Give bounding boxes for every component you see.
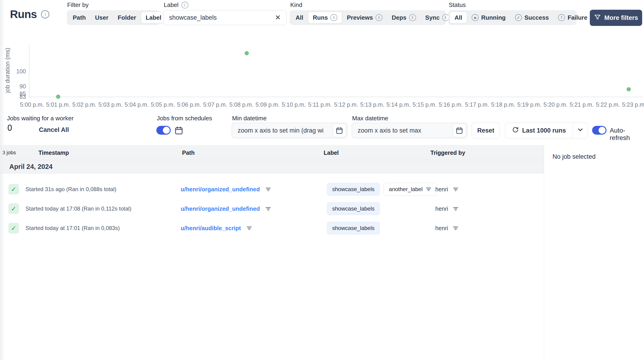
jobs-from-schedules-toggle[interactable] — [156, 126, 171, 135]
y-axis-tick: 100 — [8, 68, 26, 74]
label-chip-text: showcase_labels — [332, 205, 374, 212]
max-datetime-input[interactable]: zoom x axis to set max — [352, 123, 468, 138]
refresh-runs-button[interactable]: Last 1000 runs — [505, 123, 573, 138]
play-icon: ▶ — [472, 14, 478, 21]
x-axis-tick: 5:06 p.m. — [177, 101, 201, 108]
status-label: Status — [449, 1, 466, 8]
job-path-link[interactable]: u/henri/organized_undefined — [181, 205, 260, 212]
filter-icon[interactable] — [452, 205, 459, 212]
kind-option-runs[interactable]: Runsi — [308, 11, 342, 24]
auto-refresh-toggle[interactable] — [592, 126, 606, 135]
label-chip-text: showcase_labels — [332, 186, 374, 192]
page-title: Runs — [10, 8, 37, 20]
status-segmented-control: All▶Running✓Success!Failure — [448, 10, 577, 25]
calendar-icon[interactable] — [174, 126, 184, 135]
option-label: Success — [524, 14, 549, 21]
no-job-selected-message: No job selected — [552, 153, 596, 160]
more-filters-button[interactable]: More filters — [590, 10, 642, 26]
column-path: Path — [182, 150, 194, 156]
filter-icon[interactable] — [425, 186, 432, 192]
triggered-by-user: henri — [435, 205, 448, 212]
max-datetime-label: Max datetime — [352, 115, 388, 122]
filter-by-option-label[interactable]: Label — [141, 11, 166, 24]
x-axis-tick: 5:22 p.m. — [596, 101, 620, 108]
success-check-icon: ✓ — [8, 223, 19, 233]
x-axis-tick: 5:23 p.m. — [622, 101, 644, 108]
option-label: Runs — [313, 14, 328, 21]
x-axis-tick: 5:21 p.m. — [570, 101, 594, 108]
filter-icon[interactable] — [265, 205, 272, 212]
table-rows: ✓Started 31s ago (Ran in 0,088s total)u/… — [0, 174, 544, 238]
status-option-success[interactable]: ✓Success — [510, 11, 554, 24]
job-labels-cell: showcase_labelsanother_label — [327, 183, 437, 196]
option-label: Running — [481, 14, 506, 21]
label-chip[interactable]: showcase_labels — [327, 222, 380, 235]
x-axis-tick: 5:09 p.m. — [256, 101, 280, 108]
funnel-icon — [594, 14, 601, 22]
x-axis-tick: 5:15 p.m. — [412, 101, 437, 108]
x-axis-tick: 5:08 p.m. — [229, 101, 254, 108]
table-row[interactable]: ✓Started 31s ago (Ran in 0,088s total)u/… — [0, 180, 544, 199]
label-filter-input[interactable] — [169, 14, 275, 21]
filter-icon[interactable] — [452, 186, 459, 192]
x-axis-tick: 5:17 p.m. — [465, 101, 489, 108]
job-detail-panel: No job selected — [544, 145, 644, 360]
x-axis-tick: 5:20 p.m. — [544, 101, 568, 108]
table-header: 3 jobs Timestamp Path Label Triggered by — [0, 145, 544, 160]
kind-option-deps[interactable]: Depsi — [387, 11, 421, 24]
table-row[interactable]: ✓Started today at 17:01 (Ran in 0,083s)u… — [0, 218, 544, 238]
x-axis-tick: 5:16 p.m. — [439, 101, 463, 108]
label-chip[interactable]: showcase_labels — [327, 183, 380, 196]
label-chip[interactable]: showcase_labels — [327, 202, 380, 215]
filter-icon[interactable] — [265, 186, 272, 192]
table-row[interactable]: ✓Started today at 17:08 (Ran in 0,112s t… — [0, 199, 544, 218]
info-icon: i — [409, 14, 416, 21]
job-path-cell: u/henri/organized_undefined — [181, 205, 272, 212]
filter-by-option-user[interactable]: User — [90, 11, 113, 24]
label-chip-text: another_label — [389, 186, 422, 192]
runs-duration-chart[interactable]: job duration (ms) 5:00 p.m.5:01 p.m.5:02… — [0, 30, 644, 116]
label-chip[interactable]: another_label — [384, 183, 437, 196]
filter-icon[interactable] — [452, 225, 459, 231]
calendar-icon[interactable] — [333, 124, 346, 137]
triggered-by-cell: henri — [435, 205, 459, 212]
column-timestamp: Timestamp — [38, 150, 69, 156]
run-data-point[interactable] — [627, 87, 631, 91]
run-data-point[interactable] — [245, 51, 249, 55]
success-check-icon: ✓ — [8, 203, 19, 214]
x-axis-tick: 5:01 p.m. — [46, 101, 70, 108]
reset-button[interactable]: Reset — [472, 123, 500, 138]
info-icon[interactable]: i — [182, 1, 188, 8]
triggered-by-cell: henri — [435, 225, 459, 232]
status-option-failure[interactable]: !Failure — [554, 11, 592, 24]
info-icon: i — [376, 14, 382, 21]
info-icon: i — [330, 14, 337, 21]
filter-by-option-folder[interactable]: Folder — [113, 11, 140, 24]
option-label: Failure — [568, 14, 587, 21]
filter-icon[interactable] — [246, 225, 252, 231]
filter-by-label: Filter by — [67, 1, 88, 8]
job-path-link[interactable]: u/henri/organized_undefined — [181, 186, 260, 193]
status-option-running[interactable]: ▶Running — [467, 11, 510, 24]
min-datetime-input[interactable]: zoom x axis to set min (drag wi — [232, 123, 348, 138]
option-label: Previews — [347, 14, 373, 21]
triggered-by-user: henri — [435, 225, 448, 232]
calendar-icon[interactable] — [453, 124, 466, 137]
cancel-all-button[interactable]: Cancel All — [39, 126, 69, 134]
filter-by-option-path[interactable]: Path — [68, 11, 90, 24]
label-filter-input-wrap: ✕ — [163, 10, 286, 25]
run-data-point[interactable] — [56, 95, 60, 99]
runs-page: Runs i Filter by PathUserFolderLabel Lab… — [0, 0, 644, 360]
clear-icon[interactable]: ✕ — [275, 14, 281, 21]
info-icon[interactable]: i — [41, 10, 49, 18]
runs-count-dropdown[interactable] — [573, 123, 588, 138]
x-axis-tick: 5:14 p.m. — [386, 101, 410, 108]
kind-option-all[interactable]: All — [291, 11, 308, 24]
x-axis-tick: 5:05 p.m. — [151, 101, 175, 108]
kind-option-previews[interactable]: Previewsi — [342, 11, 387, 24]
option-label: Label — [146, 14, 162, 21]
date-group-row: April 24, 2024 — [0, 160, 544, 174]
status-option-all[interactable]: All — [450, 11, 467, 24]
column-label: Label — [324, 150, 339, 156]
job-path-link[interactable]: u/henri/audible_script — [181, 225, 241, 232]
